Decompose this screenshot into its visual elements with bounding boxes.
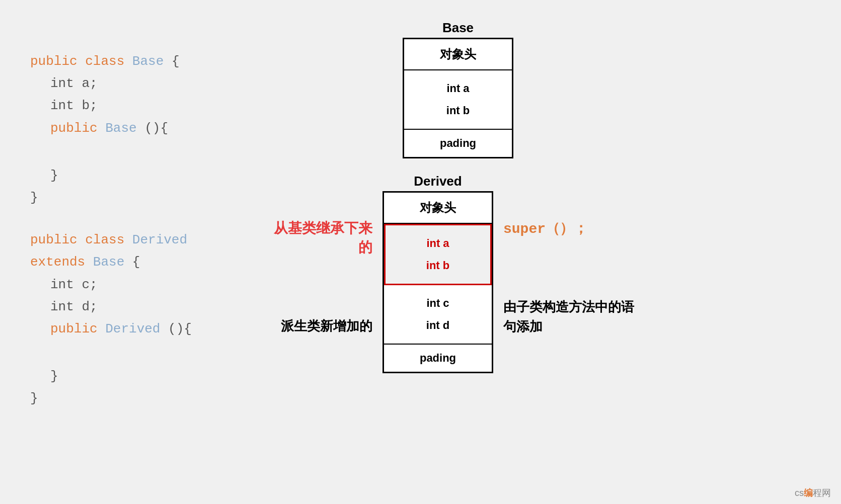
keyword-public3: public [30,232,78,247]
code-derived-line-3: int d; [50,296,242,318]
derived-diagram-title: Derived [414,174,462,189]
base-obj-header: 对象头 [404,39,512,70]
derived-obj-header: 对象头 [384,193,492,224]
keyword-public: public [30,54,78,69]
brace1: { [172,54,180,69]
close-brace2: } [30,190,38,205]
derived-inherited-ab: int aint b [386,225,490,284]
base-obj-table: 对象头 int aint b pading [403,38,513,158]
code-derived-line-2: int c; [50,274,242,296]
classname-derived: Derived [132,232,187,247]
code-line-close1: } [50,164,242,187]
code-line-close2: } [30,187,242,209]
code-section: public class Base { int a; int b; public… [30,20,242,409]
int-b: int b; [50,98,98,113]
derived-pading: pading [384,345,492,372]
watermark: cs编程网 [795,487,831,499]
constructor-base: Base [105,121,136,136]
derived-obj-table: 对象头 int aint b int cint d pading [383,191,493,373]
keyword-public2: public [50,121,98,136]
code-line-1: public class Base { [30,50,242,72]
keyword-class: class [85,54,124,69]
keyword-class2: class [85,232,124,247]
base-int-ab: int aint b [404,70,512,130]
code-line-3: int b; [50,95,242,117]
code-derived-line-1: public class Derived extends Base { [30,229,242,273]
code-derived-close2: } [30,387,242,409]
base-ref: Base [93,255,124,270]
keyword-extends: extends [30,255,85,270]
keyword-public4: public [50,321,98,337]
derived-diagram: Derived 对象头 int aint b int cint d pading [383,174,493,373]
label-from-base: 从基类继承下来的 [272,219,372,257]
label-derived-new: 派生类新增加的 [272,317,372,335]
derived-diagram-wrapper: 从基类继承下来的 派生类新增加的 Derived 对象头 int aint b … [272,174,644,373]
label-sub-constructor: 由子类构造方法中的语句添加 [503,298,644,338]
constructor-derived: Derived [105,321,160,337]
derived-class-code: public class Derived extends Base { int … [30,229,242,409]
code-line-2: int a; [50,72,242,95]
code-derived-line-4: public Derived (){ [50,318,242,340]
derived-inherited-wrapper: int aint b [384,224,492,285]
right-labels: super（）； 由子类构造方法中的语句添加 [503,174,644,338]
base-diagram: Base 对象头 int aint b pading [403,20,513,158]
base-diagram-title: Base [442,20,474,36]
code-line-4: public Base (){ [50,117,242,139]
empty-line-2 [30,340,242,365]
base-class-code: public class Base { int a; int b; public… [30,50,242,209]
main-container: public class Base { int a; int b; public… [0,0,841,430]
classname-base: Base [132,54,164,69]
int-a: int a; [50,76,98,91]
close-brace1: } [50,168,58,183]
code-gap [30,209,242,229]
constructor-parens: (){ [144,121,168,136]
left-labels: 从基类继承下来的 派生类新增加的 [272,174,372,335]
derived-int-cd: int cint d [384,285,492,345]
label-super-call: super（）； [503,219,644,238]
diagram-section: Base 对象头 int aint b pading 从基类继承下来的 派生类新… [272,20,644,373]
base-pading: pading [404,130,512,157]
code-derived-close1: } [50,365,242,387]
empty-line-1 [30,139,242,164]
